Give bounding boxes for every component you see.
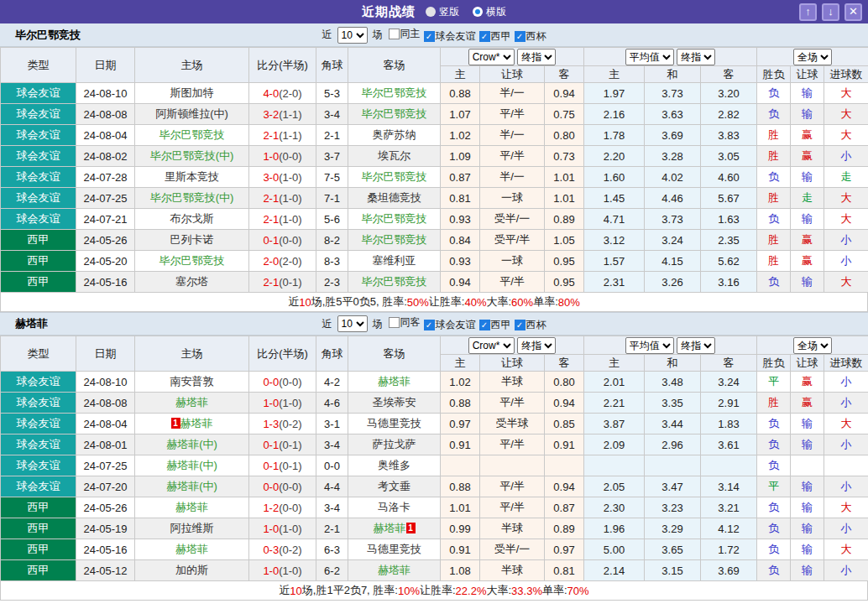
match-row: 球会友谊24-08-10斯图加特4-0(2-0)5-3毕尔巴鄂竞技0.88半/一… [1, 83, 868, 104]
home-team-cell: 赫塔菲 [135, 539, 249, 560]
result-cell: 小 [824, 434, 868, 455]
odds-cell: 1.07 [441, 104, 480, 125]
fulltime-score: 3-2 [263, 108, 279, 121]
match-row: 球会友谊24-08-08赫塔菲1-0(1-0)4-6圣埃蒂安0.88平/半0.9… [1, 393, 868, 414]
radio-vertical-layout[interactable]: 竖版 [426, 5, 459, 19]
filter-checkbox-item[interactable]: 同客 [389, 315, 421, 330]
checkbox-checked-icon[interactable]: ✓ [424, 31, 435, 42]
average-ref-select[interactable]: 终指 [677, 337, 715, 354]
result-cell: 小 [824, 230, 868, 251]
avg-cell: 3.87 [584, 414, 645, 434]
filter-checkbox-item[interactable]: ✓球会友谊 [424, 29, 476, 44]
recent-count-select[interactable]: 10 [337, 315, 368, 332]
halftime-score: (0-0) [279, 481, 301, 493]
score-cell: 0-0(0-0) [249, 372, 316, 393]
team-name: 赫塔菲 [175, 396, 208, 408]
filter-checkbox-item[interactable]: ✓西杯 [515, 29, 546, 44]
home-team-cell: 赫塔菲(中) [135, 455, 249, 476]
odds-cell: 1.01 [545, 188, 584, 209]
odds-cell: 半球 [480, 518, 545, 539]
checkbox-checked-icon[interactable]: ✓ [479, 320, 490, 330]
team-name: 斯图加特 [170, 86, 214, 99]
odds-source-select[interactable]: Crow* [468, 49, 515, 65]
average-select[interactable]: 平均值 [625, 49, 674, 65]
checkbox-checked-icon[interactable]: ✓ [515, 320, 526, 330]
checkbox-unchecked-icon[interactable] [389, 29, 400, 39]
result-cell: 输 [791, 434, 824, 455]
score-cell: 2-1(1-1) [249, 125, 316, 146]
date-cell: 24-05-20 [76, 251, 135, 272]
checkbox-checked-icon[interactable]: ✓ [424, 320, 435, 330]
team-name: 赫塔菲 [180, 417, 213, 429]
result-cell: 输 [791, 518, 824, 539]
corner-cell: 5-3 [316, 83, 348, 104]
scope-select[interactable]: 全场 [793, 337, 832, 354]
move-up-button[interactable]: ↑ [799, 3, 817, 21]
odds-ref-select[interactable]: 终指 [517, 49, 556, 65]
checkbox-label: 西杯 [526, 318, 546, 332]
scope-group-header: 全场 [757, 48, 868, 66]
radio-unselected-icon[interactable] [426, 7, 436, 17]
team-name: 马洛卡 [378, 501, 410, 513]
odds-cell [480, 455, 545, 476]
filter-checkbox-item[interactable]: ✓西甲 [479, 318, 511, 332]
result-cell: 输 [791, 497, 824, 518]
filter-checkbox-item[interactable]: ✓球会友谊 [424, 318, 476, 332]
col-odds-home: 主 [441, 66, 480, 83]
match-row: 球会友谊24-08-10南安普敦0-0(0-0)4-2赫塔菲1.02半球0.80… [1, 372, 868, 393]
radio-selected-icon[interactable] [473, 7, 483, 17]
move-down-button[interactable]: ↓ [822, 3, 839, 21]
radio-horizontal-layout[interactable]: 横版 [473, 5, 506, 19]
result-cell: 负 [757, 539, 791, 560]
corner-cell: 6-3 [316, 539, 348, 560]
summary-segment: 近 [279, 583, 290, 598]
avg-cell: 5.00 [584, 539, 645, 560]
match-row: 球会友谊24-08-08阿斯顿维拉(中)3-2(1-1)3-4毕尔巴鄂竞技1.0… [1, 104, 868, 125]
match-type-cell: 西甲 [1, 230, 76, 251]
halftime-score: (1-0) [279, 397, 301, 409]
average-group-header: 平均值 终指 [584, 336, 757, 355]
away-team-cell: 毕尔巴鄂竞技 [348, 104, 441, 125]
odds-ref-select[interactable]: 终指 [517, 337, 556, 354]
avg-cell: 3.21 [701, 497, 757, 518]
avg-cell: 3.14 [701, 476, 757, 497]
away-team-cell: 马洛卡 [348, 497, 441, 518]
halftime-score: (0-2) [279, 418, 301, 430]
checkbox-label: 球会友谊 [436, 318, 476, 332]
odds-cell: 平/半 [480, 434, 545, 455]
scope-select[interactable]: 全场 [793, 49, 832, 65]
filter-checkbox-item[interactable]: ✓西甲 [479, 29, 511, 44]
filter-checkbox-item[interactable]: ✓西杯 [515, 318, 546, 332]
fulltime-score: 0-1 [263, 439, 279, 451]
checkbox-checked-icon[interactable]: ✓ [479, 31, 490, 42]
col-avg-home: 主 [584, 66, 645, 83]
filter-checkbox-item[interactable]: 同主 [389, 27, 421, 41]
team-name: 巴列卡诺 [170, 233, 214, 246]
home-team-cell: 南安普敦 [135, 372, 249, 393]
checkbox-checked-icon[interactable]: ✓ [515, 31, 526, 42]
team-name: 里斯本竞技 [165, 170, 219, 183]
average-ref-select[interactable]: 终指 [677, 49, 715, 65]
close-button[interactable]: ✕ [844, 3, 862, 21]
recent-count-select[interactable]: 10 [337, 27, 368, 44]
home-team-cell: 毕尔巴鄂竞技(中) [135, 188, 249, 209]
odds-cell: 0.87 [545, 497, 584, 518]
summary-segment: 10 [299, 296, 311, 309]
avg-cell: 1.97 [584, 83, 645, 104]
team-name: 赫塔菲 [374, 522, 406, 534]
odds-source-select[interactable]: Crow* [468, 337, 515, 354]
checkbox-unchecked-icon[interactable] [389, 317, 400, 328]
home-team-cell: 1赫塔菲 [135, 414, 249, 434]
avg-cell [645, 455, 701, 476]
home-team-cell: 毕尔巴鄂竞技(中) [135, 146, 249, 167]
panel-title: 近期战绩 [362, 4, 416, 20]
fulltime-score: 0-1 [263, 234, 279, 247]
result-cell: 赢 [791, 372, 824, 393]
odds-cell: 1.02 [441, 125, 480, 146]
average-select[interactable]: 平均值 [625, 337, 674, 354]
match-row: 球会友谊24-08-04毕尔巴鄂竞技2-1(1-1)2-1奥萨苏纳1.02半/一… [1, 125, 868, 146]
titlebar-actions: ↑ ↓ ✕ [799, 3, 862, 21]
corner-cell: 0-0 [316, 455, 348, 476]
match-row: 球会友谊24-07-25赫塔菲(中)0-1(0-1)0-0奥维多负 [1, 455, 868, 476]
home-team-cell: 赫塔菲(中) [135, 476, 249, 497]
